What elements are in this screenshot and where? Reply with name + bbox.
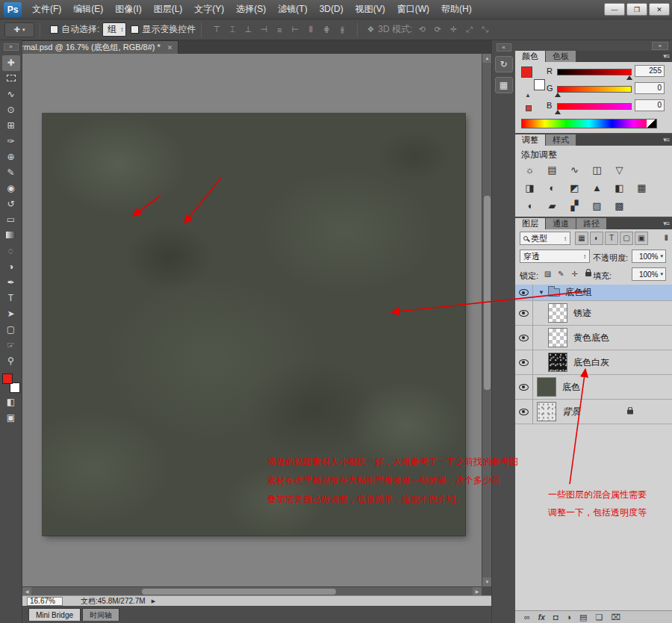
red-value-field[interactable]: 255 [635, 65, 665, 77]
close-button[interactable]: ✕ [649, 3, 670, 16]
layer-row[interactable]: 锈迹 [515, 301, 672, 326]
group-expander-icon[interactable]: ▼ [538, 289, 544, 296]
menu-window[interactable]: 窗口(W) [391, 0, 435, 19]
visibility-toggle[interactable] [515, 375, 533, 399]
channel-mixer-icon[interactable]: ◧ [611, 182, 628, 195]
3d-slide-icon[interactable]: ⤢ [461, 23, 476, 37]
align-top-icon[interactable]: ⊤ [209, 23, 224, 37]
menu-type[interactable]: 文字(Y) [188, 0, 230, 19]
distribute-center-icon[interactable]: ⋕ [319, 23, 334, 37]
tab-paths[interactable]: 路径 [576, 218, 606, 229]
healing-brush-tool[interactable]: ⊕ [2, 149, 20, 165]
filter-type-icon[interactable]: T [605, 232, 618, 245]
menu-select[interactable]: 选择(S) [230, 0, 272, 19]
show-transform-checkbox[interactable] [131, 25, 139, 34]
web-color-icon[interactable] [526, 105, 532, 111]
exposure-icon[interactable]: ◫ [588, 164, 606, 177]
layer-filter-dropdown[interactable]: 类型 ↕ [520, 232, 570, 245]
filter-shape-icon[interactable]: ▢ [620, 232, 633, 245]
background-color-swatch[interactable] [534, 79, 545, 90]
blend-mode-dropdown[interactable]: 穿透 ↕ [520, 249, 590, 263]
3d-rotate-icon[interactable]: ⟲ [414, 23, 429, 37]
layer-row[interactable]: 底色 [515, 375, 672, 400]
slider-thumb[interactable] [555, 93, 561, 97]
layer-style-icon[interactable]: fx [538, 612, 545, 623]
history-brush-tool[interactable]: ↺ [2, 196, 20, 212]
tab-color[interactable]: 颜色 [515, 51, 545, 62]
crop-tool[interactable]: ⊞ [2, 118, 20, 134]
zoom-level-field[interactable]: 16.67% [27, 597, 63, 606]
color-lookup-icon[interactable]: ▦ [633, 182, 650, 195]
tab-adjustments[interactable]: 调整 [515, 134, 545, 146]
distribute-v-icon[interactable]: ⫵ [335, 23, 349, 37]
green-slider[interactable] [557, 86, 632, 93]
link-layers-icon[interactable]: ∞ [524, 612, 530, 623]
menu-help[interactable]: 帮助(H) [435, 0, 478, 19]
threshold-icon[interactable]: ▞ [566, 199, 583, 213]
status-flyout-icon[interactable]: ▶ [152, 598, 155, 604]
black-white-ramp-end[interactable] [647, 120, 656, 128]
gradient-tool[interactable] [2, 228, 20, 244]
lasso-tool[interactable]: ∿ [2, 87, 20, 102]
screen-mode-icon[interactable]: ▣ [2, 410, 20, 426]
scrollbar-thumb[interactable] [142, 589, 336, 595]
posterize-icon[interactable]: ▰ [544, 199, 561, 213]
hand-tool[interactable]: ☞ [2, 338, 20, 353]
scrollbar-thumb[interactable] [484, 196, 491, 390]
type-tool[interactable]: T [2, 291, 20, 306]
align-bottom-icon[interactable]: ⊥ [240, 23, 255, 37]
green-value-field[interactable]: 0 [635, 82, 665, 94]
brightness-contrast-icon[interactable]: ☼ [521, 164, 538, 177]
panel-menu-icon[interactable]: ▾≡ [663, 220, 669, 227]
horizontal-scrollbar[interactable]: ◀ ▶ [22, 586, 482, 595]
zoom-tool[interactable]: ⚲ [2, 353, 20, 369]
layer-name[interactable]: 黄色底色 [573, 332, 609, 344]
3d-roll-icon[interactable]: ⟳ [430, 23, 445, 37]
slider-thumb[interactable] [626, 75, 632, 80]
layer-row-background[interactable]: 背景 [515, 400, 672, 424]
layer-thumbnail[interactable] [537, 402, 556, 421]
tab-channels[interactable]: 通道 [546, 218, 576, 229]
menu-3d[interactable]: 3D(D) [314, 0, 349, 19]
foreground-color-swatch[interactable] [2, 374, 13, 384]
align-vcenter-icon[interactable]: ⌶ [225, 23, 240, 37]
red-slider[interactable] [557, 69, 632, 75]
menu-image[interactable]: 图像(I) [109, 0, 147, 19]
vibrance-icon[interactable]: ▽ [611, 164, 628, 177]
blue-slider[interactable] [557, 103, 632, 110]
layer-thumbnail[interactable] [537, 377, 556, 397]
new-layer-icon[interactable]: ❏ [595, 612, 603, 623]
menu-filter[interactable]: 滤镜(T) [272, 0, 313, 19]
layer-name[interactable]: 底色白灰 [573, 356, 609, 369]
color-spectrum-ramp[interactable] [521, 119, 657, 128]
rect-marquee-tool[interactable] [2, 71, 20, 87]
quick-mask-icon[interactable]: ◧ [2, 394, 20, 410]
layer-thumbnail[interactable] [548, 303, 567, 323]
path-select-tool[interactable]: ➤ [2, 306, 20, 322]
expand-panels-icon[interactable]: « [497, 43, 511, 52]
delete-layer-icon[interactable]: ⌧ [611, 612, 620, 623]
black-white-icon[interactable]: ◩ [566, 182, 583, 195]
toolbar-collapse-icon[interactable]: » [4, 43, 19, 51]
align-left-icon[interactable]: ⊣ [256, 23, 271, 37]
visibility-toggle[interactable] [515, 326, 533, 350]
photo-filter-icon[interactable]: ▲ [588, 182, 606, 195]
selective-color-icon[interactable]: ▩ [611, 199, 628, 213]
properties-panel-icon[interactable]: ▦ [495, 77, 513, 93]
panel-menu-icon[interactable]: ▾≡ [663, 52, 669, 60]
eraser-tool[interactable]: ▭ [2, 212, 20, 228]
gamut-warning-icon[interactable]: ▲ [525, 92, 531, 99]
lock-all-icon[interactable] [582, 268, 594, 279]
tab-mini-bridge[interactable]: Mini Bridge [28, 608, 81, 621]
minimize-button[interactable]: — [604, 3, 625, 16]
menu-layer[interactable]: 图层(L) [148, 0, 189, 19]
blur-tool[interactable]: ◌ [2, 244, 20, 259]
add-mask-icon[interactable]: ◘ [553, 612, 559, 623]
visibility-toggle[interactable] [515, 285, 533, 300]
clone-stamp-tool[interactable]: ◉ [2, 181, 20, 196]
visibility-toggle[interactable] [515, 301, 533, 325]
invert-icon[interactable]: ◖ [521, 199, 538, 213]
history-panel-icon[interactable]: ↻ [495, 56, 513, 72]
color-swatch-widget[interactable] [521, 66, 545, 90]
menu-view[interactable]: 视图(V) [349, 0, 391, 19]
